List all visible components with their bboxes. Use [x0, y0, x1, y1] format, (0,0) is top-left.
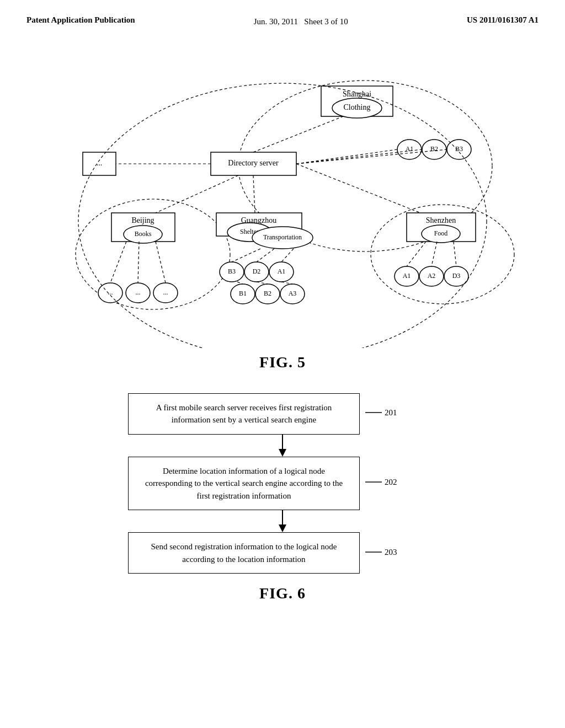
- svg-line-73: [431, 242, 437, 266]
- svg-line-74: [454, 242, 456, 266]
- step-202-label: 202: [365, 474, 393, 493]
- flowchart: A first mobile search server receives fi…: [128, 393, 437, 574]
- fig5-label: FIG. 5: [259, 354, 306, 371]
- svg-line-20: [253, 116, 343, 152]
- svg-text:Clothing: Clothing: [343, 103, 370, 111]
- fig5-diagram: .box { fill: white; stroke: black; strok…: [45, 56, 520, 348]
- svg-line-33: [110, 242, 126, 283]
- svg-text:A1: A1: [403, 271, 411, 279]
- svg-text:D3: D3: [452, 271, 461, 279]
- fig6-label: FIG. 6: [259, 585, 306, 602]
- step-203-label: 203: [365, 544, 393, 563]
- arrow-2: [277, 510, 288, 532]
- svg-line-56: [257, 249, 274, 262]
- fig6-diagram: A first mobile search server receives fi…: [128, 393, 437, 574]
- svg-text:A2: A2: [428, 271, 436, 279]
- svg-text:B1: B1: [239, 289, 247, 297]
- flow-step-203: Send second registration information to …: [128, 532, 437, 574]
- svg-text:203: 203: [385, 548, 397, 556]
- flow-box-202: Determine location information of a logi…: [128, 457, 360, 511]
- svg-text:A3: A3: [289, 289, 297, 297]
- svg-marker-83: [279, 524, 286, 532]
- svg-text:B2: B2: [430, 144, 438, 152]
- svg-text:...: ...: [108, 288, 113, 296]
- flow-box-203: Send second registration information to …: [128, 532, 360, 574]
- svg-line-65: [296, 164, 420, 213]
- page-header: Patent Application Publication Jun. 30, …: [0, 0, 565, 28]
- svg-line-35: [156, 242, 166, 283]
- svg-text:B2: B2: [264, 289, 271, 297]
- svg-line-57: [281, 249, 294, 262]
- publication-date: Jun. 30, 2011: [254, 17, 298, 26]
- svg-text:Beijing: Beijing: [131, 216, 154, 224]
- fig5-svg: .box { fill: white; stroke: black; strok…: [45, 56, 520, 348]
- step-201-label: 201: [365, 404, 393, 423]
- svg-text:202: 202: [385, 478, 397, 486]
- publication-title: Patent Application Publication: [26, 15, 135, 25]
- svg-text:Food: Food: [434, 229, 448, 237]
- svg-line-34: [138, 242, 139, 283]
- svg-text:A1: A1: [278, 267, 286, 275]
- svg-marker-79: [279, 449, 286, 457]
- header-center: Jun. 30, 2011 Sheet 3 of 10: [254, 15, 348, 28]
- svg-text:Directory server: Directory server: [228, 159, 279, 167]
- svg-line-42: [253, 175, 255, 213]
- svg-line-55: [232, 249, 260, 262]
- flow-step-202: Determine location information of a logi…: [128, 457, 437, 511]
- svg-text:Shenzhen: Shenzhen: [426, 216, 456, 224]
- svg-text:B3: B3: [228, 267, 236, 275]
- step-202-text: Determine location information of a logi…: [140, 465, 348, 502]
- svg-text:...: ...: [163, 288, 168, 296]
- svg-line-17: [296, 149, 397, 164]
- svg-line-26: [156, 175, 238, 213]
- svg-text:Transportation: Transportation: [263, 233, 302, 240]
- svg-text:...: ...: [136, 288, 141, 296]
- svg-line-58: [237, 282, 243, 284]
- main-content: .box { fill: white; stroke: black; strok…: [0, 28, 565, 619]
- svg-line-72: [407, 242, 426, 266]
- arrow-1: [277, 435, 288, 457]
- step-201-text: A first mobile search server receives fi…: [140, 402, 348, 426]
- svg-text:D2: D2: [253, 267, 261, 275]
- svg-text:Shanghai: Shanghai: [343, 90, 371, 98]
- svg-text:201: 201: [385, 408, 397, 417]
- patent-number: US 2011/0161307 A1: [467, 15, 539, 25]
- step-203-text: Send second registration information to …: [140, 540, 348, 565]
- sheet-info: Sheet 3 of 10: [304, 17, 348, 26]
- flow-step-201: A first mobile search server receives fi…: [128, 393, 437, 435]
- svg-text:Books: Books: [135, 229, 152, 237]
- flow-box-201: A first mobile search server receives fi…: [128, 393, 360, 435]
